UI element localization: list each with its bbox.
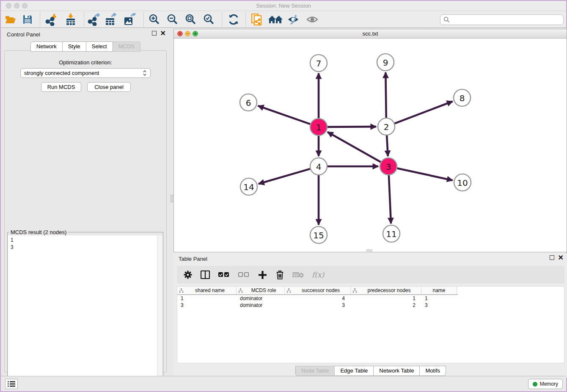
deselect-all-checkboxes-icon[interactable] xyxy=(237,270,250,280)
node-9[interactable]: 9 xyxy=(377,54,394,71)
node-6[interactable]: 6 xyxy=(240,94,257,111)
table-body: 1dominator4113dominator323 xyxy=(177,295,564,309)
edge-4-14[interactable] xyxy=(259,169,310,184)
search-icon xyxy=(443,17,450,23)
close-panel-button[interactable]: Close panel xyxy=(87,82,131,92)
vertical-splitter[interactable] xyxy=(170,29,173,378)
refresh-view-icon[interactable] xyxy=(227,13,240,26)
tab-edge-table[interactable]: Edge Table xyxy=(335,366,374,376)
node-7[interactable]: 7 xyxy=(310,55,327,72)
edge-2-8[interactable] xyxy=(395,102,453,124)
column-header-predecessor-nodes[interactable]: predecessor nodes xyxy=(351,287,421,294)
toolbar-separator xyxy=(143,12,144,27)
node-label: 10 xyxy=(457,178,468,188)
table-row[interactable]: 3dominator323 xyxy=(177,302,564,309)
control-panel: Control Panel ✕ NetworkStyleSelectMCDS O… xyxy=(1,29,170,378)
toolbar-separator xyxy=(40,12,40,27)
search-input[interactable] xyxy=(452,17,563,23)
add-column-icon[interactable] xyxy=(257,270,267,280)
import-network-icon[interactable] xyxy=(45,13,58,26)
control-panel-header: Control Panel ✕ xyxy=(1,29,170,41)
horizontal-splitter-grip[interactable] xyxy=(366,249,372,251)
optimization-criterion-dropdown[interactable]: strongly connected component xyxy=(20,68,151,78)
node-label: 11 xyxy=(386,229,396,239)
zoom-fit-icon[interactable] xyxy=(184,13,197,26)
export-image-icon[interactable] xyxy=(124,13,136,26)
edge-3-11[interactable] xyxy=(389,175,391,224)
tab-mcds[interactable]: MCDS xyxy=(113,41,140,52)
node-4[interactable]: 4 xyxy=(310,158,327,175)
dropdown-stepper-icon xyxy=(143,70,147,76)
show-panels-eye-icon[interactable] xyxy=(306,13,319,26)
memory-button[interactable]: Memory xyxy=(528,379,563,389)
select-all-checkboxes-icon[interactable] xyxy=(217,270,230,280)
mcds-result-line: 1 xyxy=(11,237,160,244)
node-14[interactable]: 14 xyxy=(240,178,257,195)
tab-network-table[interactable]: Network Table xyxy=(374,366,420,376)
delete-table-icon[interactable] xyxy=(292,270,305,280)
node-3[interactable]: 3 xyxy=(380,158,397,175)
network-canvas[interactable]: 7968124314101511 xyxy=(174,39,567,252)
node-table[interactable]: shared nameMCDS rolesuccessor nodesprede… xyxy=(177,286,564,363)
column-view-icon[interactable] xyxy=(200,270,210,280)
save-session-icon[interactable] xyxy=(21,13,34,26)
zoom-in-icon[interactable] xyxy=(148,13,161,26)
toolbar-separator xyxy=(222,12,222,27)
edge-1-2[interactable] xyxy=(328,127,376,127)
toolbar-separator xyxy=(84,12,84,27)
node-1[interactable]: 1 xyxy=(310,119,327,135)
close-panel-icon[interactable]: ✕ xyxy=(160,31,166,36)
open-session-icon[interactable] xyxy=(4,13,17,26)
node-10[interactable]: 10 xyxy=(454,174,471,191)
task-history-button[interactable] xyxy=(5,379,18,389)
zoom-out-icon[interactable] xyxy=(166,13,179,26)
close-table-panel-icon[interactable]: ✕ xyxy=(558,255,564,260)
zoom-selected-icon[interactable] xyxy=(203,13,215,26)
search-box[interactable] xyxy=(440,14,564,25)
tab-motifs[interactable]: Motifs xyxy=(420,366,446,376)
hide-panels-eye-slash-icon[interactable] xyxy=(287,13,300,26)
node-label: 4 xyxy=(316,162,322,172)
column-header-successor-nodes[interactable]: successor nodes xyxy=(285,287,351,294)
function-builder-icon[interactable]: f(x) xyxy=(312,271,324,279)
splitter-grip[interactable] xyxy=(171,195,173,202)
mcds-result-group: MCDS result (2 nodes) 1 3 xyxy=(7,232,163,391)
column-header-MCDS-role[interactable]: MCDS role xyxy=(237,287,285,294)
node-label: 9 xyxy=(383,58,388,68)
edge-2-9[interactable] xyxy=(385,72,386,118)
mcds-result-title: MCDS result (2 nodes) xyxy=(9,229,68,235)
delete-column-trash-icon[interactable] xyxy=(275,270,285,280)
float-panel-icon[interactable] xyxy=(152,31,157,36)
network-window-title: scc.txt xyxy=(174,30,567,37)
table-cell: 3 xyxy=(285,302,351,308)
export-table-icon[interactable] xyxy=(105,13,118,26)
node-11[interactable]: 11 xyxy=(383,225,400,242)
table-tabs: Node TableEdge TableNetwork TableMotifs xyxy=(173,366,567,376)
float-table-panel-icon[interactable] xyxy=(550,255,554,260)
settings-gear-icon[interactable] xyxy=(183,270,193,280)
edge-1-6[interactable] xyxy=(258,106,311,124)
node-2[interactable]: 2 xyxy=(378,118,395,135)
result-scrollbar[interactable] xyxy=(157,235,162,390)
export-network-icon[interactable] xyxy=(87,13,100,26)
network-window-titlebar[interactable]: × − + scc.txt xyxy=(174,29,567,39)
tab-network[interactable]: Network xyxy=(30,41,63,52)
node-8[interactable]: 8 xyxy=(454,89,471,106)
column-header-name[interactable]: name xyxy=(421,287,457,294)
edge-2-3[interactable] xyxy=(387,135,388,156)
column-header-shared-name[interactable]: shared name xyxy=(177,287,237,294)
import-table-icon[interactable] xyxy=(64,13,77,26)
tab-style[interactable]: Style xyxy=(63,41,86,52)
edge-3-10[interactable] xyxy=(397,168,453,180)
clone-network-icon[interactable] xyxy=(250,13,263,26)
mcds-result-list[interactable]: 1 3 xyxy=(8,235,162,390)
table-row[interactable]: 1dominator411 xyxy=(177,295,564,302)
control-panel-title: Control Panel xyxy=(7,31,40,38)
home-icon[interactable] xyxy=(267,13,284,26)
run-mcds-button[interactable]: Run MCDS xyxy=(41,82,81,92)
tab-node-table[interactable]: Node Table xyxy=(295,366,335,376)
node-15[interactable]: 15 xyxy=(310,226,327,243)
edge-3-1[interactable] xyxy=(328,132,381,162)
tab-select[interactable]: Select xyxy=(86,41,113,52)
table-cell: 3 xyxy=(177,302,237,308)
